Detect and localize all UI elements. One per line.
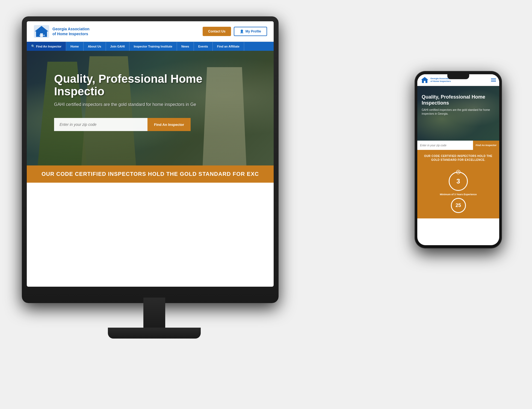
phone-badge-section: 3 Minimum of 3 Years Experience 25 [417,166,499,218]
svg-line-6 [458,172,459,173]
years-number: 3 [456,177,460,185]
monitor: GAHI Georgia Association of Home Inspect… [22,16,287,393]
monitor-stand-neck [143,298,165,330]
phone-search-bar: Find An Inspector [417,141,499,150]
contact-us-button[interactable]: Contact Us [203,27,231,36]
phone-hero-subtitle: GAHI certified inspectors are the gold s… [422,108,495,116]
hours-number: 25 [456,203,461,208]
svg-marker-3 [421,77,428,83]
monitor-bezel: GAHI Georgia Association of Home Inspect… [22,16,279,303]
banner-text: OUR CODE CERTIFIED INSPECTORS HOLD THE G… [32,171,268,177]
hero-content: Quality, Professional Home Inspectio GAH… [27,51,274,142]
hero-subtitle: GAHI certified inspectors are the gold s… [54,102,246,107]
user-icon: 👤 [240,29,244,33]
svg-text:GAHI: GAHI [39,34,45,37]
hamburger-line-1 [491,78,496,79]
hero-section: Quality, Professional Home Inspectio GAH… [27,51,274,165]
my-profile-button[interactable]: 👤 My Profile [234,27,267,36]
hamburger-line-3 [491,81,496,82]
orange-banner: OUR CODE CERTIFIED INSPECTORS HOLD THE G… [27,165,274,183]
phone-bezel: Georgia Association of Home Inspectors [415,71,502,248]
phone-hero: Quality, Professional Home Inspections G… [417,86,499,141]
zip-code-input[interactable] [54,118,147,131]
nav-find-inspector[interactable]: 🔍 Find An Inspector [27,42,66,51]
phone-hero-title: Quality, Professional Home Inspections [422,94,495,106]
phone-gahi-logo [421,76,429,84]
years-label: Minimum of 3 Years Experience [440,193,477,196]
search-icon: 🔍 [31,45,35,48]
nav-training[interactable]: Inspector Training Institute [129,42,177,51]
gahi-logo-icon: GAHI [33,25,50,38]
nav-affiliate[interactable]: Find an Affiliate [213,42,244,51]
site-nav: 🔍 Find An Inspector Home About Us Join G… [27,42,274,51]
nav-events[interactable]: Events [194,42,213,51]
phone-logo: Georgia Association of Home Inspectors [421,76,452,84]
phone: Georgia Association of Home Inspectors [415,71,502,248]
hamburger-menu[interactable] [491,78,496,82]
scene: GAHI Georgia Association of Home Inspect… [0,0,532,409]
nav-about[interactable]: About Us [84,42,106,51]
monitor-stand-base [108,328,201,339]
find-inspector-button[interactable]: Find An Inspector [147,118,191,131]
header-buttons: Contact Us 👤 My Profile [203,27,267,36]
phone-hero-content: Quality, Professional Home Inspections G… [417,86,499,120]
phone-banner-text: OUR CODE CERTIFIED INSPECTORS HOLD THE G… [421,154,495,162]
phone-banner: OUR CODE CERTIFIED INSPECTORS HOLD THE G… [417,150,499,166]
monitor-screen: GAHI Georgia Association of Home Inspect… [27,21,274,287]
search-bar: Find An Inspector [54,118,191,131]
hero-title: Quality, Professional Home Inspectio [54,73,246,98]
nav-home[interactable]: Home [66,42,84,51]
hamburger-line-2 [491,80,496,80]
site-header: GAHI Georgia Association of Home Inspect… [27,21,274,42]
hours-badge: 25 [451,198,466,213]
phone-find-inspector-button[interactable]: Find An Inspector [473,141,499,150]
timer-icon [456,170,460,174]
nav-join[interactable]: Join GAHI [106,42,129,51]
logo-text: Georgia Association of Home Inspectors [52,26,90,36]
nav-news[interactable]: News [177,42,194,51]
years-badge: 3 [449,172,468,191]
phone-zip-input[interactable] [417,141,473,150]
phone-screen: Georgia Association of Home Inspectors [417,74,499,245]
logo-area: GAHI Georgia Association of Home Inspect… [33,25,90,38]
phone-notch [447,74,469,79]
